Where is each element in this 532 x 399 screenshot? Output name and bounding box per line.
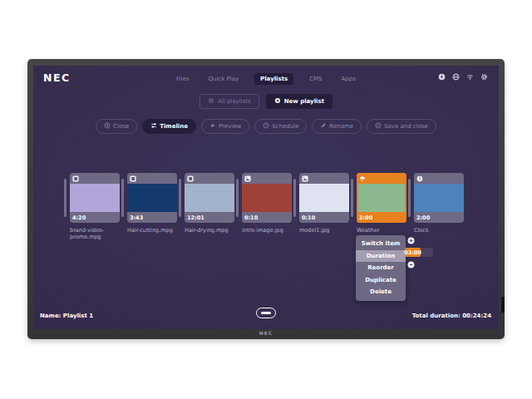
timeline-item-thumbnail — [242, 184, 292, 212]
timeline-item-footer: 12:01 — [185, 212, 234, 223]
image-file-icon — [244, 175, 251, 182]
list-icon — [208, 97, 214, 106]
timeline-item-duration: 0:10 — [302, 214, 315, 221]
pencil-icon — [320, 122, 327, 131]
tab-cms[interactable]: CMS — [306, 73, 325, 85]
timeline-separator — [351, 179, 353, 217]
umbrella-icon — [359, 175, 366, 182]
timeline-item-duration: 2:00 — [416, 214, 430, 221]
timeline-separator — [179, 179, 181, 217]
total-duration-label: Total duration: 00:24:24 — [412, 313, 491, 319]
main-nav: Files Quick Play Playlists CMS Apps — [33, 71, 499, 86]
timeline-item[interactable]: 3:43 — [127, 173, 177, 223]
timeline-item-header — [357, 173, 406, 184]
playlist-action-row: All playlists New playlist — [33, 94, 499, 109]
preview-label: Preview — [219, 123, 241, 130]
timeline-item-header — [414, 173, 464, 184]
duration-value[interactable]: 03:00 — [405, 248, 421, 257]
timeline-item[interactable]: 0:10 — [242, 173, 292, 223]
all-playlists-button[interactable]: All playlists — [200, 94, 259, 109]
status-icon-group — [438, 73, 488, 81]
timeline-item-footer: 2:00 — [357, 212, 406, 223]
timeline-label: Timeline — [160, 123, 188, 130]
timeline-item-name: Weather — [357, 227, 411, 234]
video-file-icon — [130, 175, 136, 182]
timeline-separator — [293, 179, 296, 217]
timeline-item-footer: 0:10 — [242, 212, 292, 223]
power-sensor-notch — [501, 297, 505, 313]
timeline-item-thumbnail — [414, 184, 464, 212]
tab-playlists[interactable]: Playlists — [254, 73, 293, 85]
timeline-item[interactable]: 4:20 — [70, 173, 120, 223]
display-screen: NEC Files Quick Play Playlists CMS Apps … — [33, 66, 499, 329]
timeline-item[interactable]: 0:10 — [299, 173, 349, 223]
timeline-item[interactable]: 12:01 — [185, 173, 234, 223]
timeline-item-header — [242, 173, 292, 184]
image-file-icon — [302, 175, 308, 182]
tab-files[interactable]: Files — [173, 73, 192, 85]
timeline-item[interactable]: 2:00 — [414, 173, 464, 223]
preview-button[interactable]: Preview — [201, 119, 249, 134]
timeline-item-thumbnail — [185, 184, 234, 212]
menu-item-duplicate[interactable]: Duplicate — [356, 274, 406, 287]
timeline-item-thumbnail — [127, 184, 177, 212]
save-and-close-button[interactable]: Save and close — [367, 119, 436, 134]
tab-apps[interactable]: Apps — [338, 73, 359, 85]
menu-item-delete[interactable]: Delete — [356, 286, 406, 298]
timeline-item-name: Clock — [414, 227, 469, 234]
timeline-item-duration: 4:20 — [72, 214, 86, 221]
schedule-button[interactable]: Schedule — [254, 119, 307, 134]
timeline-separator — [408, 179, 411, 217]
sliders-icon — [150, 122, 157, 131]
duration-decrease-button[interactable] — [407, 261, 415, 268]
page: NEC Files Quick Play Playlists CMS Apps … — [0, 0, 532, 399]
tab-quick-play[interactable]: Quick Play — [204, 73, 242, 85]
rename-button[interactable]: Rename — [312, 119, 362, 134]
duration-input[interactable]: 03:00 — [405, 248, 433, 257]
timeline-item-header — [185, 173, 234, 184]
item-context-menu: Switch item Duration Reorder Duplicate D… — [356, 235, 406, 301]
wifi-icon[interactable] — [466, 73, 474, 81]
timeline-item-duration: 0:10 — [244, 214, 258, 221]
plus-circle-icon — [274, 97, 281, 106]
timeline-separator — [121, 179, 124, 217]
save-and-close-label: Save and close — [384, 123, 428, 130]
new-playlist-button[interactable]: New playlist — [266, 94, 332, 109]
timeline-item-footer: 0:10 — [299, 212, 349, 223]
download-icon[interactable] — [438, 73, 446, 81]
minimize-handle-button[interactable] — [256, 308, 276, 318]
monitor-bezel: NEC Files Quick Play Playlists CMS Apps … — [27, 59, 505, 339]
timeline-item-selected[interactable]: 2:00 — [357, 173, 406, 223]
close-label: Close — [113, 123, 129, 130]
close-button[interactable]: Close — [96, 119, 137, 134]
video-file-icon — [187, 175, 194, 182]
menu-item-switch-item[interactable]: Switch item — [356, 238, 406, 250]
globe-icon[interactable] — [452, 73, 460, 81]
duration-increase-button[interactable] — [407, 237, 415, 244]
timeline-item-name: intro-image.jpg — [242, 227, 297, 234]
timeline-item-name: brand-video-promo.mpg — [70, 227, 125, 241]
menu-item-duration[interactable]: Duration — [356, 250, 406, 263]
timeline-item-name: model1.jpg — [299, 227, 354, 234]
timeline-item-thumbnail — [358, 184, 405, 212]
timeline-item-footer: 4:20 — [70, 212, 120, 223]
menu-item-reorder[interactable]: Reorder — [356, 262, 406, 274]
check-circle-icon — [375, 122, 382, 131]
timeline-separator — [236, 179, 239, 217]
timeline-item-header — [299, 173, 349, 184]
rename-label: Rename — [329, 123, 353, 130]
clock-icon — [263, 122, 269, 131]
timeline-item-footer: 2:00 — [414, 212, 464, 223]
timeline-item-thumbnail — [299, 184, 349, 212]
timeline-item-duration: 2:00 — [359, 214, 372, 221]
gear-icon[interactable] — [480, 73, 488, 81]
timeline-button[interactable]: Timeline — [142, 119, 196, 134]
play-icon — [209, 122, 216, 131]
new-playlist-label: New playlist — [284, 98, 324, 105]
timeline-item-header — [70, 173, 120, 184]
timeline-item-name: Hair-drying.mpg — [185, 227, 239, 234]
timeline-separator — [64, 179, 66, 217]
timeline-item-duration: 3:43 — [130, 214, 143, 221]
nec-bezel-logo: NEC — [27, 330, 505, 336]
timeline-item-thumbnail — [70, 184, 120, 212]
